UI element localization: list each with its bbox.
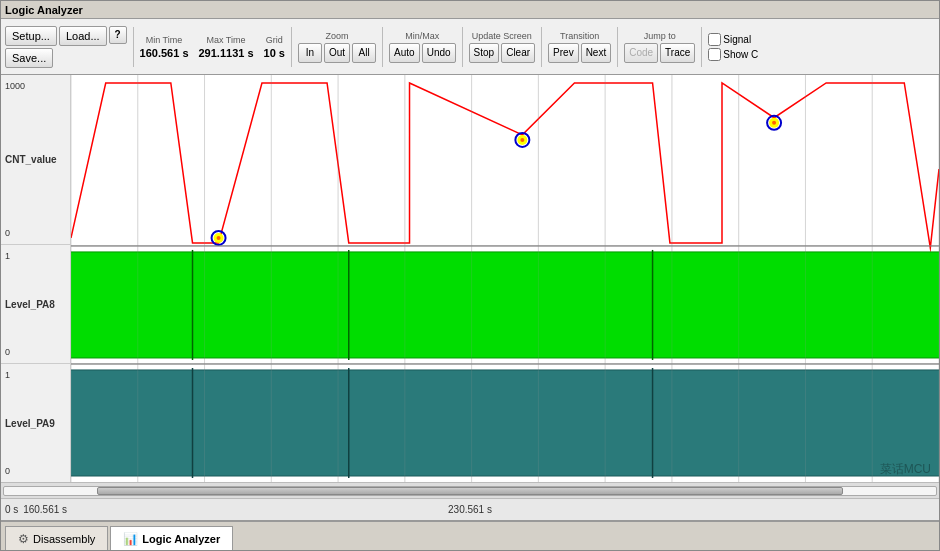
pa9-max-tick: 1 [5,370,66,380]
logic-analyzer-icon: 📊 [123,532,138,546]
window-title: Logic Analyzer [5,4,83,16]
sep6 [617,27,618,67]
code-button[interactable]: Code [624,43,658,63]
help-button[interactable]: ? [109,26,127,44]
pa9-label-section: 1 Level_PA9 0 [1,364,70,482]
minmax-auto-button[interactable]: Auto [389,43,420,63]
checkbox-group: Signal Show C [708,33,758,61]
main-window: Logic Analyzer Setup... Load... ? Save..… [0,0,940,551]
tab-logic-analyzer[interactable]: 📊 Logic Analyzer [110,526,233,550]
time-info: Min Time 160.561 s Max Time 291.1131 s G… [140,35,285,59]
cnt-channel-name: CNT_value [5,154,66,165]
tab-disassembly-label: Disassembly [33,533,95,545]
next-button[interactable]: Next [581,43,612,63]
pa9-channel-name: Level_PA9 [5,418,66,429]
setup-button[interactable]: Setup... [5,26,57,46]
time-label-mid: 230.561 s [448,504,492,515]
time-label-start: 0 s 160.561 s [5,504,67,515]
zoom-group: Zoom In Out All [298,31,376,63]
max-time-value: 291.1131 s [199,47,254,59]
disassembly-icon: ⚙ [18,532,29,546]
signal-label: Signal [723,34,751,45]
transition-group: Transition Prev Next [548,31,611,63]
toolbar: Setup... Load... ? Save... Min Time 160.… [1,19,939,75]
zoom-in-button[interactable]: In [298,43,322,63]
grid-value: 10 s [264,47,285,59]
zoom-all-button[interactable]: All [352,43,376,63]
scrollbar-thumb[interactable] [97,487,843,495]
main-chart-canvas[interactable] [71,75,939,482]
transition-label: Transition [560,31,599,41]
showc-checkbox-row[interactable]: Show C [708,48,758,61]
max-time: Max Time 291.1131 s [199,35,254,59]
tabs-bar: ⚙ Disassembly 📊 Logic Analyzer [1,520,939,550]
update-label: Update Screen [472,31,532,41]
pa8-channel-name: Level_PA8 [5,299,66,310]
minmax-undo-button[interactable]: Undo [422,43,456,63]
min-time: Min Time 160.561 s [140,35,189,59]
sep1 [133,27,134,67]
scrollbar[interactable] [1,482,939,498]
jumpto-group: Jump to Code Trace [624,31,695,63]
sep4 [462,27,463,67]
chart-canvas-area[interactable]: 菜话MCU [71,75,939,482]
time-bar: 0 s 160.561 s 230.561 s [1,498,939,520]
clear-button[interactable]: Clear [501,43,535,63]
file-buttons: Setup... Load... ? Save... [5,26,127,68]
scrollbar-track[interactable] [3,486,937,496]
cnt-label-section: 1000 CNT_value 0 [1,75,70,245]
title-bar: Logic Analyzer [1,1,939,19]
sep5 [541,27,542,67]
trace-button[interactable]: Trace [660,43,695,63]
tab-logic-analyzer-label: Logic Analyzer [142,533,220,545]
sep2 [291,27,292,67]
sep3 [382,27,383,67]
grid-label: Grid [266,35,283,45]
signal-checkbox[interactable] [708,33,721,46]
stop-button[interactable]: Stop [469,43,500,63]
jumpto-label: Jump to [644,31,676,41]
tab-disassembly[interactable]: ⚙ Disassembly [5,526,108,550]
signal-checkbox-row[interactable]: Signal [708,33,758,46]
sep7 [701,27,702,67]
showc-checkbox[interactable] [708,48,721,61]
prev-button[interactable]: Prev [548,43,579,63]
min-time-label: Min Time [146,35,183,45]
load-button[interactable]: Load... [59,26,107,46]
pa8-min-tick: 0 [5,347,66,357]
update-group: Update Screen Stop Clear [469,31,535,63]
pa9-min-tick: 0 [5,466,66,476]
save-button[interactable]: Save... [5,48,53,68]
zoom-out-button[interactable]: Out [324,43,350,63]
grid-info: Grid 10 s [264,35,285,59]
max-time-label: Max Time [207,35,246,45]
zoom-label: Zoom [326,31,349,41]
pa8-label-section: 1 Level_PA8 0 [1,245,70,364]
showc-label: Show C [723,49,758,60]
cnt-max-tick: 1000 [5,81,66,91]
minmax-label: Min/Max [405,31,439,41]
cnt-min-tick: 0 [5,228,66,238]
chart-area: 1000 CNT_value 0 1 Level_PA8 0 1 Level_P… [1,75,939,482]
minmax-group: Min/Max Auto Undo [389,31,455,63]
min-time-value: 160.561 s [140,47,189,59]
pa8-max-tick: 1 [5,251,66,261]
y-labels: 1000 CNT_value 0 1 Level_PA8 0 1 Level_P… [1,75,71,482]
